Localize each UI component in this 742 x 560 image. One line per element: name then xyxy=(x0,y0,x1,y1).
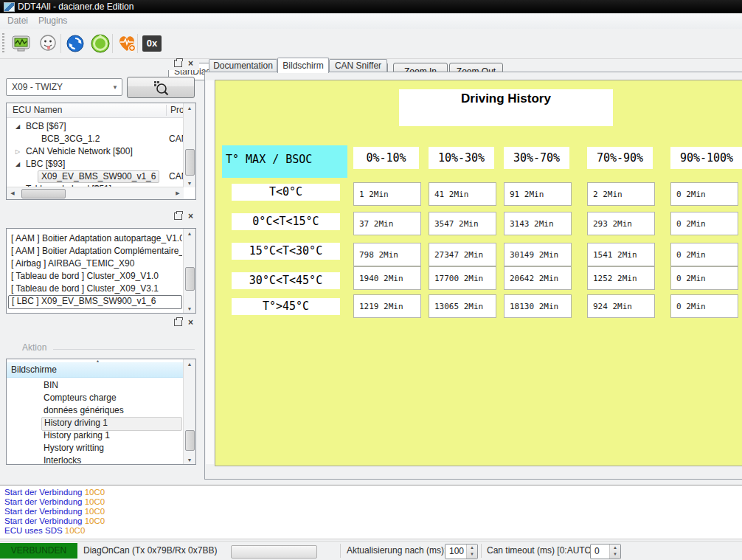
scroll-handle[interactable] xyxy=(185,267,195,291)
ecu-tree-label[interactable]: X09_EV_BMS_SW900_v1_6 xyxy=(38,170,159,183)
float-panel-icon[interactable] xyxy=(174,212,182,220)
history-value-cell: 1 2Min xyxy=(353,182,421,206)
ecu-tree-item[interactable]: ▷CAN Vehicle Network [$00] xyxy=(7,145,184,158)
screen-list-item[interactable]: Interlocks xyxy=(44,454,182,465)
expand-icon[interactable]: ▷ xyxy=(15,145,20,158)
ecu-file-item[interactable]: [ LBC ] X09_EV_BMS_SW900_v1_6 xyxy=(8,295,182,309)
screen-view-button[interactable] xyxy=(9,32,34,55)
heart-ecg-icon xyxy=(117,34,137,53)
float-panel-icon[interactable] xyxy=(174,60,182,67)
screens-root-item[interactable]: Bildschirme xyxy=(7,362,183,378)
spinner-arrows-icon[interactable]: ▲▼ xyxy=(609,545,620,559)
close-panel-icon[interactable]: × xyxy=(188,60,193,67)
refresh-icon xyxy=(66,34,85,53)
history-value-cell: 0 2Min xyxy=(670,182,738,206)
scroll-down-icon[interactable]: ▼ xyxy=(184,457,195,463)
ecu-tree-item[interactable]: X09_EV_BMS_SW900_v1_6CAN xyxy=(7,170,184,183)
log-panel[interactable]: Start der Verbindung 10C0Start der Verbi… xyxy=(0,485,742,539)
log-line: Start der Verbindung 10C0 xyxy=(4,516,742,526)
scroll-right-icon[interactable]: ▶ xyxy=(172,190,184,196)
scroll-handle[interactable] xyxy=(185,430,195,451)
toolbar-drag-handle[interactable] xyxy=(2,33,4,54)
vehicle-combo[interactable]: X09 - TWIZY ▼ xyxy=(6,78,122,96)
column-protocol[interactable]: Pro xyxy=(170,103,184,117)
scroll-down-icon[interactable]: ▼ xyxy=(184,181,195,186)
spinner-arrows-icon[interactable]: ▲▼ xyxy=(466,545,477,559)
close-panel-icon[interactable]: × xyxy=(188,212,193,220)
ddt4all-window: DDT4All - dacianer.de Edition Datei Plug… xyxy=(0,0,742,560)
ecu-file-list: ▲ ▼ [ AAM ] Boitier Adaptation autoparta… xyxy=(6,228,196,314)
tab-documentation[interactable]: Documentation xyxy=(209,59,277,72)
can-timeout-label: Can timeout (ms) [0:AUTO] : xyxy=(487,542,599,560)
screen-list-item[interactable]: données génériques xyxy=(44,404,182,417)
screen-list-item[interactable]: Hystory writting xyxy=(44,442,182,454)
history-value-cell: 1541 2Min xyxy=(587,243,655,266)
screen-list-item[interactable]: History parking 1 xyxy=(44,429,182,442)
toolbar-separator xyxy=(112,34,113,53)
health-button[interactable] xyxy=(114,32,139,55)
history-value-cell: 0 2Min xyxy=(670,212,738,235)
collapse-icon[interactable]: ◢ xyxy=(15,120,20,133)
ecu-scan-button[interactable] xyxy=(127,77,195,98)
ecu-tree-header[interactable]: ECU Namen Pro xyxy=(7,103,195,118)
temp-row-label: T<0°C xyxy=(232,184,340,201)
reload-icon xyxy=(90,33,111,54)
scroll-handle[interactable] xyxy=(185,149,195,176)
scroll-up-icon[interactable]: ▲ xyxy=(184,231,195,236)
scroll-left-icon[interactable]: ◀ xyxy=(7,190,18,196)
screens-vscrollbar[interactable]: ▲ ▼ xyxy=(183,359,195,464)
scroll-up-icon[interactable]: ▲ xyxy=(184,106,195,111)
column-ecu-name[interactable]: ECU Namen xyxy=(13,103,62,117)
aktion-divider xyxy=(53,349,195,350)
scroll-down-icon[interactable]: ▼ xyxy=(184,306,195,311)
history-value-cell: 41 2Min xyxy=(429,182,496,206)
screen-list-item[interactable]: Compteurs charge xyxy=(44,392,182,404)
refresh-button[interactable] xyxy=(63,32,88,55)
close-panel-icon[interactable]: × xyxy=(188,319,193,326)
reload-screens-button[interactable] xyxy=(88,32,113,55)
log-line: ECU uses SDS 10C0 xyxy=(4,526,742,536)
column-separator[interactable] xyxy=(166,105,167,116)
history-value-cell: 1940 2Min xyxy=(353,266,421,290)
float-panel-icon[interactable] xyxy=(174,319,182,326)
tab-bildschirm[interactable]: Bildschirm xyxy=(277,58,329,73)
screen-list-item[interactable]: BIN xyxy=(44,379,182,392)
ecu-tree-label[interactable]: LBC [$93] xyxy=(26,158,65,170)
history-value-cell: 3143 2Min xyxy=(504,212,572,235)
ecu-tree-item[interactable]: ◢BCB [$67] xyxy=(7,120,184,133)
ecu-file-item[interactable]: [ Airbag ] AIRBAG_TEMIC_X90 xyxy=(8,257,182,270)
title-bar[interactable]: DDT4All - dacianer.de Edition xyxy=(0,0,742,13)
tab-can-sniffer[interactable]: CAN Sniffer xyxy=(329,59,387,72)
soc-header: 10%-30% xyxy=(429,147,494,169)
files-dock-header[interactable]: × xyxy=(0,212,199,223)
menu-plugins[interactable]: Plugins xyxy=(34,13,72,29)
status-bar: VERBUNDEN DiagOnCan (Tx 0x79B/Rx 0x7BB) … xyxy=(0,541,742,560)
toolbar: 0x StartDiagnosticSession.ExtendedDiagSe… xyxy=(0,29,742,59)
ecu-tree-label[interactable]: BCB [$67] xyxy=(26,120,66,133)
collapse-icon[interactable]: ◢ xyxy=(15,158,20,170)
hex-mode-button[interactable]: 0x xyxy=(139,32,164,55)
ecu-tree-vscrollbar[interactable]: ▲ ▼ xyxy=(183,103,195,187)
screens-dock-header[interactable]: × xyxy=(0,318,199,329)
refresh-interval-spinbox[interactable]: 100 ▲▼ xyxy=(445,544,478,559)
ecu-tree-item[interactable]: BCB_3CG_1.2CAN xyxy=(7,133,184,145)
log-message: Start der Verbindung xyxy=(4,507,85,516)
file-list-vscrollbar[interactable]: ▲ ▼ xyxy=(183,229,195,313)
log-ecu-code: 10C0 xyxy=(65,526,86,535)
ecu-file-item[interactable]: [ Tableau de bord ] Cluster_X09_V1.0 xyxy=(8,270,182,283)
expert-mode-button[interactable] xyxy=(35,32,60,55)
ecu-file-item[interactable]: [ AAM ] Boitier Adaptation autopartage_V… xyxy=(8,232,182,245)
scroll-up-icon[interactable]: ▲ xyxy=(184,362,195,367)
scroll-handle[interactable] xyxy=(21,189,66,198)
aktion-label: Aktion xyxy=(22,342,46,353)
ecu-file-item[interactable]: [ AAM ] Boitier Adaptation Complémentair… xyxy=(8,245,182,257)
ecu-tree-hscrollbar[interactable]: ◀ ▶ xyxy=(7,187,184,199)
ecu-tree-item[interactable]: ◢LBC [$93] xyxy=(7,158,184,170)
ecu-file-item[interactable]: [ Tableau de bord ] Cluster_X09_V3.1 xyxy=(8,283,182,295)
temp-row-label: T°>45°C xyxy=(232,298,340,315)
menu-datei[interactable]: Datei xyxy=(3,13,32,29)
ecu-tree-label[interactable]: BCB_3CG_1.2 xyxy=(41,133,100,145)
ecu-tree-label[interactable]: CAN Vehicle Network [$00] xyxy=(26,145,133,158)
ecu-dock-header[interactable]: × xyxy=(0,59,199,70)
can-timeout-spinbox[interactable]: 0 ▲▼ xyxy=(590,544,621,559)
